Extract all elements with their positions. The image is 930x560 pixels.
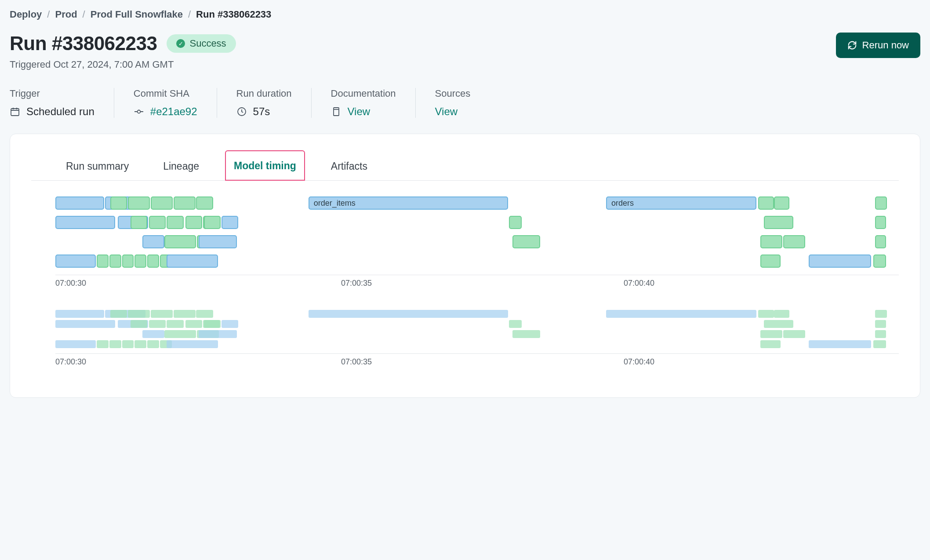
commit-link[interactable]: #e21ae92 (134, 105, 197, 118)
gantt-bar[interactable] (55, 310, 104, 318)
gantt-bar[interactable] (55, 320, 115, 328)
breadcrumb-item[interactable]: Prod (55, 9, 77, 20)
gantt-bar[interactable] (875, 216, 886, 229)
gantt-bar[interactable] (512, 330, 540, 338)
breadcrumb-item[interactable]: Prod Full Snowflake (91, 9, 183, 20)
rerun-button[interactable]: Rerun now (836, 33, 920, 58)
status-text: Success (189, 38, 226, 49)
duration-label: Run duration (236, 88, 292, 99)
sources-link[interactable]: View (435, 105, 471, 118)
gantt-bar[interactable] (760, 340, 781, 348)
gantt-bar[interactable] (512, 235, 540, 248)
gantt-bar[interactable] (875, 196, 887, 210)
gantt-bar[interactable] (151, 196, 173, 210)
gantt-bar[interactable] (875, 310, 887, 318)
gantt-bar[interactable] (109, 340, 121, 348)
gantt-bar[interactable] (109, 255, 121, 268)
calendar-icon (10, 106, 20, 117)
tab-artifacts[interactable]: Artifacts (323, 151, 376, 181)
gantt-bar[interactable] (199, 235, 236, 248)
gantt-bar[interactable] (875, 235, 886, 248)
gantt-bar[interactable] (809, 255, 871, 268)
gantt-bar[interactable] (167, 340, 218, 348)
axis-tick: 07:00:35 (341, 279, 372, 288)
gantt-bar[interactable] (134, 340, 146, 348)
gantt-bar[interactable] (55, 196, 104, 210)
gantt-bar[interactable] (151, 310, 173, 318)
gantt-bar[interactable] (758, 196, 774, 210)
gantt-bar[interactable] (149, 216, 166, 229)
gantt-bar[interactable] (760, 235, 782, 248)
gantt-bar[interactable] (55, 340, 96, 348)
gantt-bar[interactable] (128, 196, 150, 210)
gantt-bar[interactable] (147, 255, 159, 268)
gantt-bar[interactable] (55, 216, 115, 229)
gantt-bar[interactable] (760, 330, 782, 338)
gantt-bar[interactable] (142, 330, 164, 338)
gantt-bar[interactable] (199, 330, 236, 338)
gantt-bar[interactable] (509, 320, 522, 328)
gantt-bar[interactable]: orders (606, 310, 756, 318)
svg-rect-0 (11, 109, 19, 116)
gantt-bar[interactable] (122, 255, 134, 268)
gantt-bar[interactable] (110, 310, 127, 318)
breadcrumb-item[interactable]: Deploy (10, 9, 42, 20)
gantt-bar[interactable] (875, 320, 886, 328)
gantt-bar[interactable] (760, 255, 781, 268)
breadcrumb-separator: / (83, 9, 85, 20)
gantt-bar[interactable]: orders (606, 196, 756, 210)
tab-run-summary[interactable]: Run summary (58, 151, 137, 181)
gantt-bar[interactable] (222, 216, 238, 229)
gantt-bar[interactable] (55, 255, 96, 268)
model-timing-chart[interactable]: order_itemsorders 07:00:3007:00:3507:00:… (31, 196, 899, 288)
gantt-bar[interactable] (196, 310, 213, 318)
gantt-bar[interactable] (204, 320, 221, 328)
gantt-bar[interactable] (97, 255, 109, 268)
gantt-bar[interactable] (110, 196, 127, 210)
gantt-bar[interactable] (185, 216, 202, 229)
gantt-bar[interactable] (185, 320, 202, 328)
gantt-bar[interactable] (509, 216, 522, 229)
gantt-bar[interactable] (131, 320, 147, 328)
axis-tick: 07:00:40 (624, 357, 654, 367)
gantt-bar[interactable] (97, 340, 109, 348)
gantt-bar[interactable]: order_items (309, 310, 509, 318)
gantt-bar[interactable] (134, 255, 146, 268)
gantt-bar[interactable] (809, 340, 871, 348)
gantt-bar[interactable] (873, 255, 886, 268)
gantt-bar[interactable] (167, 255, 218, 268)
gantt-bar[interactable] (204, 216, 221, 229)
commit-value: #e21ae92 (150, 105, 197, 118)
gantt-bar[interactable] (174, 310, 196, 318)
gantt-bar[interactable] (167, 320, 183, 328)
gantt-bar[interactable] (128, 310, 150, 318)
gantt-bar[interactable] (131, 216, 147, 229)
gantt-bar[interactable] (783, 330, 805, 338)
gantt-bar[interactable] (873, 340, 886, 348)
gantt-bar[interactable] (164, 330, 196, 338)
gantt-bar[interactable] (875, 330, 886, 338)
gantt-bar[interactable] (764, 320, 793, 328)
tab-model-timing[interactable]: Model timing (225, 150, 305, 181)
gantt-bar[interactable] (142, 235, 164, 248)
content-card: Run summary Lineage Model timing Artifac… (10, 134, 920, 398)
gantt-bar[interactable] (164, 235, 196, 248)
gantt-bar[interactable]: order_items (309, 196, 509, 210)
gantt-bar[interactable] (774, 310, 789, 318)
documentation-link[interactable]: View (331, 105, 396, 118)
gantt-bar[interactable] (147, 340, 159, 348)
gantt-bar[interactable] (783, 235, 805, 248)
minimap-chart[interactable]: order_itemsorders 07:00:3007:00:3507:00:… (31, 310, 899, 367)
gantt-bar[interactable] (764, 216, 793, 229)
gantt-bar[interactable] (149, 320, 166, 328)
gantt-bar[interactable] (758, 310, 774, 318)
breadcrumb-separator: / (47, 9, 50, 20)
trigger-label: Trigger (10, 88, 94, 99)
gantt-bar[interactable] (174, 196, 196, 210)
gantt-bar[interactable] (167, 216, 183, 229)
gantt-bar[interactable] (122, 340, 134, 348)
gantt-bar[interactable] (196, 196, 213, 210)
tab-lineage[interactable]: Lineage (155, 151, 207, 181)
gantt-bar[interactable] (774, 196, 789, 210)
gantt-bar[interactable] (222, 320, 238, 328)
